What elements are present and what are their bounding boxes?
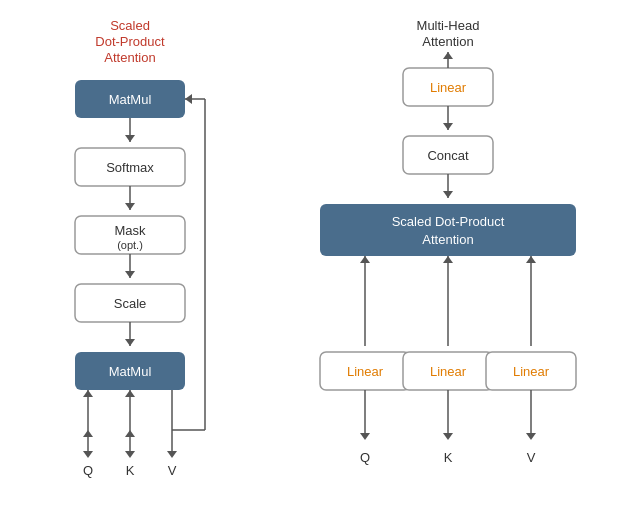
arrowhead-rk [443, 256, 453, 263]
scaled-attn-node [320, 204, 576, 256]
rq-label: Q [360, 450, 370, 465]
arrowhead-rq2 [360, 433, 370, 440]
arrowhead-q3 [83, 430, 93, 437]
arrowhead-k-final [125, 451, 135, 458]
concat-label: Concat [427, 148, 469, 163]
left-diagram: Scaled Dot-Product Attention MatMul Soft… [0, 0, 260, 530]
arrowhead-top-out [443, 52, 453, 59]
matmul-top-label: MatMul [109, 92, 152, 107]
arrowhead-k [125, 390, 135, 397]
arrowhead-r2 [443, 191, 453, 198]
softmax-label: Softmax [106, 160, 154, 175]
main-container: Scaled Dot-Product Attention MatMul Soft… [0, 0, 637, 530]
arrowhead-q-final [83, 451, 93, 458]
arrowhead-rq [360, 256, 370, 263]
arrowhead-1 [125, 135, 135, 142]
matmul-bot-label: MatMul [109, 364, 152, 379]
right-title: Multi-Head [417, 18, 480, 33]
arrowhead-rv2 [526, 433, 536, 440]
arrowhead-2 [125, 203, 135, 210]
arrowhead-v-final [167, 451, 177, 458]
mask-label: Mask [114, 223, 146, 238]
arrowhead-4 [125, 339, 135, 346]
right-title-2: Attention [422, 34, 473, 49]
k-label: K [126, 463, 135, 478]
arrowhead-q [83, 390, 93, 397]
left-title-2: Dot-Product [95, 34, 165, 49]
arrowhead-rv [526, 256, 536, 263]
scale-label: Scale [114, 296, 147, 311]
arrowhead-3 [125, 271, 135, 278]
left-title-3: Attention [104, 50, 155, 65]
v-label: V [168, 463, 177, 478]
mask-label-2: (opt.) [117, 239, 143, 251]
rv-label: V [527, 450, 536, 465]
scaled-attn-label: Scaled Dot-Product [392, 214, 505, 229]
q-label: Q [83, 463, 93, 478]
linear-q-label: Linear [347, 364, 384, 379]
arrowhead-r1 [443, 123, 453, 130]
right-diagram: Multi-Head Attention Linear Concat Scale… [260, 0, 637, 530]
linear-top-label: Linear [430, 80, 467, 95]
linear-k-label: Linear [430, 364, 467, 379]
rk-label: K [444, 450, 453, 465]
arrowhead-v [185, 94, 192, 104]
scaled-attn-label-2: Attention [422, 232, 473, 247]
arrowhead-k3 [125, 430, 135, 437]
arrowhead-rk2 [443, 433, 453, 440]
left-title: Scaled [110, 18, 150, 33]
linear-v-label: Linear [513, 364, 550, 379]
